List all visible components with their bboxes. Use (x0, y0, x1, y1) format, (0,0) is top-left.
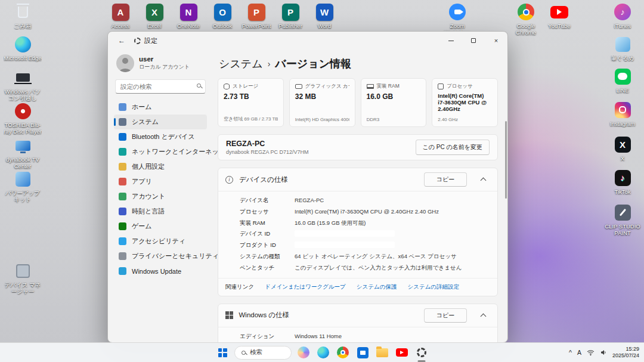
section-title: Windows の仕様 (239, 311, 290, 320)
chevron-up-icon[interactable] (481, 178, 487, 184)
sidebar-item-label: アプリ (132, 177, 152, 186)
desktop-icon-word[interactable]: W Word (305, 2, 343, 30)
desktop-icon-fudegurume[interactable]: 筆ぐるめ (603, 35, 642, 62)
desktop-icon-youtube[interactable]: YouTube (540, 2, 578, 30)
tray-chevron-icon[interactable]: ^ (569, 349, 572, 356)
sidebar-item-home[interactable]: ホーム (114, 100, 207, 115)
spec-value-redacted (295, 242, 395, 248)
minimize-button[interactable] (439, 32, 462, 49)
sidebar-item-label: アクセシビリティ (132, 237, 185, 246)
desktop-icon-chrome[interactable]: Google Chrome (507, 2, 545, 36)
close-button[interactable]: × (485, 32, 507, 49)
desktop-icon-label: Publisher (271, 23, 309, 30)
link-system-protection[interactable]: システムの保護 (357, 283, 397, 291)
spec-row: プロダクト ID (240, 242, 490, 249)
tray-time: 15:29 (626, 346, 639, 352)
chevron-up-icon[interactable] (481, 313, 487, 319)
spec-label: デバイス ID (240, 230, 295, 238)
desktop-icon-instagram[interactable]: Instagram (603, 100, 642, 128)
spec-value: Windows 11 Home (295, 333, 342, 341)
copy-button[interactable]: コピー (424, 308, 467, 323)
title-bar[interactable]: ← 設定 × (108, 32, 507, 49)
windows-spec-body: エディションWindows 11 Home バージョン23H2 インストール日2… (218, 327, 497, 342)
taskbar: 検索 ^ A 15:29 2025/07/24 (0, 342, 644, 362)
user-account[interactable]: user ローカル アカウント (114, 51, 207, 78)
speaker-icon[interactable] (600, 349, 607, 356)
settings-search-input[interactable] (115, 79, 206, 94)
sidebar-item-apps[interactable]: アプリ (114, 174, 207, 189)
rename-pc-button[interactable]: この PC の名前を変更 (416, 140, 490, 155)
sidebar-item-accounts[interactable]: アカウント (114, 189, 207, 204)
minimize-icon (448, 41, 454, 41)
sidebar-item-bluetooth-devices[interactable]: Bluetooth とデバイス (114, 129, 207, 144)
desktop-icon-x[interactable]: X (603, 135, 642, 162)
desktop-icon-label: ごみ箱 (4, 23, 42, 30)
desktop-icon-outlook[interactable]: O Outlook (203, 2, 242, 30)
card-label: ストレージ (233, 83, 258, 90)
taskbar-clock[interactable]: 15:29 2025/07/24 (612, 346, 639, 360)
scrollbar[interactable] (505, 121, 507, 199)
sidebar-item-label: ホーム (132, 103, 152, 112)
maximize-button[interactable] (462, 32, 485, 49)
sidebar-item-gaming[interactable]: ゲーム (114, 219, 207, 234)
taskbar-youtube[interactable] (394, 345, 410, 360)
sidebar-item-label: プライバシーとセキュリティ (132, 252, 219, 261)
sidebar-item-system[interactable]: システム (114, 115, 207, 129)
cpu-icon (438, 83, 444, 89)
sidebar-item-accessibility[interactable]: アクセシビリティ (114, 234, 207, 249)
youtube-icon (396, 348, 408, 357)
desktop-icon-itunes[interactable]: iTunes (603, 2, 642, 30)
sidebar-item-windows-update[interactable]: Windows Update (114, 264, 207, 279)
device-spec-header[interactable]: デバイスの仕様 コピー (218, 168, 497, 191)
settings-main: システム › バージョン情報 ストレージ 2.73 TB 空き領域 69 GB … (213, 49, 507, 342)
taskbar-store[interactable] (355, 345, 370, 360)
breadcrumb-system[interactable]: システム (219, 57, 263, 71)
desktop-icon-tv-center[interactable]: dynabook TV Center (4, 136, 42, 170)
back-button[interactable]: ← (114, 34, 129, 47)
ime-indicator[interactable]: A (577, 349, 581, 356)
taskbar-copilot[interactable] (296, 345, 311, 360)
desktop-icon-line[interactable]: LINE (603, 67, 642, 94)
desktop-icon-tiktok[interactable]: TikTok (603, 168, 642, 196)
desktop-icon-powerup-kit[interactable]: パワーアップキット (4, 169, 42, 203)
desktop-icon-recycle-bin[interactable]: ごみ箱 (4, 2, 42, 30)
system-icon (119, 118, 126, 126)
sidebar-item-time-language[interactable]: 時刻と言語 (114, 204, 207, 219)
sidebar-item-network-internet[interactable]: ネットワークとインターネット (114, 144, 207, 159)
desktop-icon-clip-studio[interactable]: CLIP STUDIO PAINT (603, 203, 642, 237)
desktop-icon-pc-hikkoshi[interactable]: Windows パソコン引越し (4, 68, 42, 102)
laptop-icon (16, 73, 30, 82)
word-icon: W (316, 4, 333, 21)
device-name-bar: REGZA-PC dynabook REGZA PC D712/V7HM この … (218, 134, 498, 160)
copy-button[interactable]: コピー (424, 172, 467, 187)
link-advanced-system-settings[interactable]: システムの詳細設定 (407, 283, 459, 291)
tray-date: 2025/07/24 (612, 352, 639, 359)
taskbar-explorer[interactable] (374, 345, 390, 360)
window-title-text: 設定 (144, 36, 157, 45)
windows-logo-icon (218, 348, 227, 357)
spec-cards: ストレージ 2.73 TB 空き領域 69 GB / 2.73 TB グラフィッ… (218, 78, 498, 127)
sidebar-item-privacy-security[interactable]: プライバシーとセキュリティ (114, 249, 207, 264)
desktop-icon-bluray-player[interactable]: TOSHIBA Blu-ray Disc Player (4, 101, 42, 135)
x-icon (615, 137, 631, 153)
ram-icon (367, 84, 374, 89)
desktop-icon-access[interactable]: A Access (101, 2, 140, 30)
link-domain-workgroup[interactable]: ドメインまたはワークグループ (265, 283, 346, 291)
zoom-icon (449, 4, 466, 20)
desktop-icon-powerpoint[interactable]: P PowerPoint (237, 2, 275, 30)
desktop-icon-edge[interactable]: Microsoft Edge (4, 35, 42, 62)
desktop-icon-excel[interactable]: X Excel (135, 2, 174, 30)
taskbar-edge[interactable] (315, 345, 331, 360)
sidebar-item-personalization[interactable]: 個人用設定 (114, 159, 207, 174)
taskbar-chrome[interactable] (335, 345, 351, 360)
desktop-icon-publisher[interactable]: P Publisher (271, 2, 309, 30)
desktop-icon-onenote[interactable]: N OneNote (169, 2, 208, 30)
taskbar-settings[interactable] (414, 345, 429, 360)
windows-spec-header[interactable]: Windows の仕様 コピー (218, 304, 497, 327)
clip-studio-icon (615, 205, 631, 221)
wifi-icon[interactable] (587, 349, 595, 356)
taskbar-search[interactable]: 検索 (234, 346, 292, 360)
desktop-icon-device-manager[interactable]: デバイス マネージャー (4, 261, 42, 295)
start-button[interactable] (215, 345, 230, 360)
spec-label: プロダクト ID (240, 242, 295, 249)
